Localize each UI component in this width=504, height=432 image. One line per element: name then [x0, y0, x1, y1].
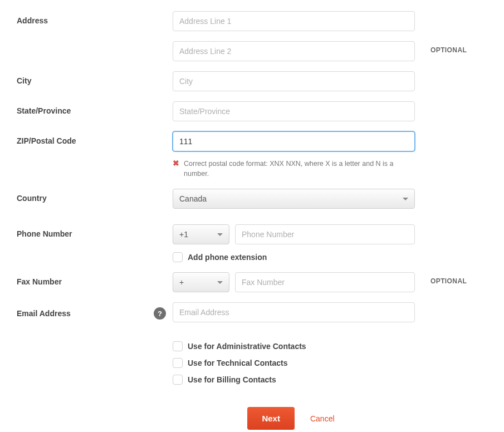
fax-cc-value: + — [179, 278, 184, 287]
technical-contacts-checkbox[interactable] — [173, 358, 183, 368]
admin-contacts-label: Use for Administrative Contacts — [188, 342, 306, 351]
address-line-1-input[interactable] — [173, 11, 415, 31]
state-input[interactable] — [173, 101, 415, 121]
state-label: State/Province — [17, 101, 173, 115]
admin-contacts-checkbox[interactable] — [173, 341, 183, 351]
error-icon: ✖ — [173, 159, 179, 179]
phone-country-code-select[interactable]: +1 — [173, 224, 229, 244]
phone-number-input[interactable] — [235, 224, 415, 244]
next-button[interactable]: Next — [247, 407, 295, 430]
address-label: Address — [17, 11, 173, 25]
cancel-link[interactable]: Cancel — [310, 414, 335, 423]
country-select[interactable]: Canada — [173, 189, 415, 209]
zip-error-text: Correct postal code format: XNX NXN, whe… — [184, 159, 415, 179]
add-extension-label: Add phone extension — [188, 253, 267, 262]
city-label: City — [17, 71, 173, 85]
chevron-down-icon — [217, 281, 223, 284]
fax-optional-badge: OPTIONAL — [415, 272, 467, 285]
add-extension-checkbox[interactable] — [173, 252, 183, 262]
zip-label: ZIP/Postal Code — [17, 131, 173, 145]
country-selected-value: Canada — [179, 194, 207, 203]
address-line-2-input[interactable] — [173, 41, 415, 61]
technical-contacts-label: Use for Technical Contacts — [188, 359, 287, 367]
billing-contacts-checkbox[interactable] — [173, 375, 183, 385]
phone-cc-value: +1 — [179, 230, 188, 239]
help-icon[interactable]: ? — [154, 307, 166, 320]
fax-number-input[interactable] — [235, 272, 415, 292]
billing-contacts-label: Use for Billing Contacts — [188, 375, 276, 384]
email-input[interactable] — [173, 302, 415, 322]
country-label: Country — [17, 189, 173, 203]
zip-input[interactable] — [173, 131, 415, 151]
chevron-down-icon — [217, 233, 223, 236]
phone-label: Phone Number — [17, 224, 173, 238]
fax-country-code-select[interactable]: + — [173, 272, 229, 292]
chevron-down-icon — [403, 198, 408, 200]
city-input[interactable] — [173, 71, 415, 91]
address2-optional-badge: OPTIONAL — [415, 41, 467, 54]
email-label: Email Address — [17, 309, 71, 318]
fax-label: Fax Number — [17, 272, 173, 286]
